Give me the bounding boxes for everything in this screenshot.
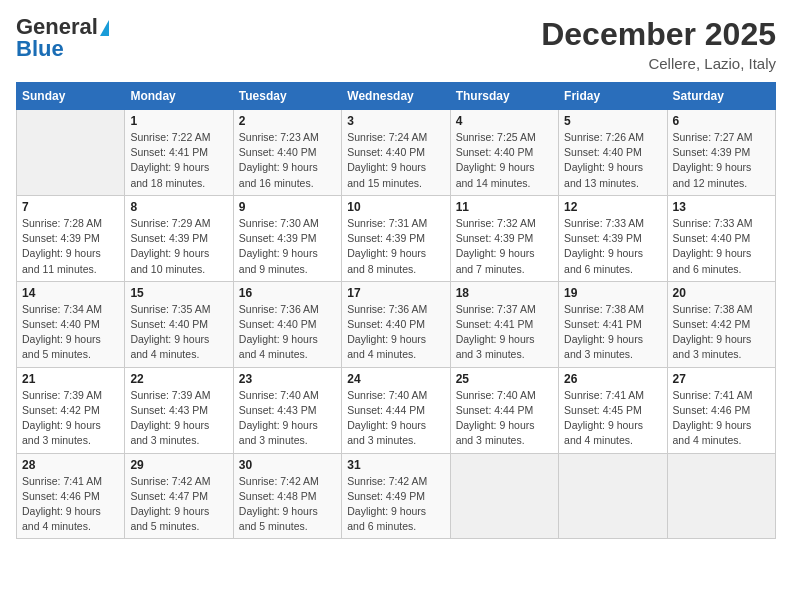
logo-text: General [16, 16, 109, 38]
day-detail: Sunrise: 7:41 AM Sunset: 4:46 PM Dayligh… [673, 388, 770, 449]
day-number: 9 [239, 200, 336, 214]
day-header-tuesday: Tuesday [233, 83, 341, 110]
day-detail: Sunrise: 7:32 AM Sunset: 4:39 PM Dayligh… [456, 216, 553, 277]
calendar-cell: 28Sunrise: 7:41 AM Sunset: 4:46 PM Dayli… [17, 453, 125, 539]
day-number: 15 [130, 286, 227, 300]
day-detail: Sunrise: 7:36 AM Sunset: 4:40 PM Dayligh… [347, 302, 444, 363]
calendar-cell: 21Sunrise: 7:39 AM Sunset: 4:42 PM Dayli… [17, 367, 125, 453]
calendar-cell: 5Sunrise: 7:26 AM Sunset: 4:40 PM Daylig… [559, 110, 667, 196]
calendar-header-row: SundayMondayTuesdayWednesdayThursdayFrid… [17, 83, 776, 110]
day-number: 11 [456, 200, 553, 214]
calendar-cell: 29Sunrise: 7:42 AM Sunset: 4:47 PM Dayli… [125, 453, 233, 539]
calendar-body: 1Sunrise: 7:22 AM Sunset: 4:41 PM Daylig… [17, 110, 776, 539]
day-detail: Sunrise: 7:37 AM Sunset: 4:41 PM Dayligh… [456, 302, 553, 363]
day-number: 17 [347, 286, 444, 300]
day-detail: Sunrise: 7:31 AM Sunset: 4:39 PM Dayligh… [347, 216, 444, 277]
logo: General Blue [16, 16, 109, 60]
day-number: 22 [130, 372, 227, 386]
day-number: 16 [239, 286, 336, 300]
calendar-week-1: 1Sunrise: 7:22 AM Sunset: 4:41 PM Daylig… [17, 110, 776, 196]
calendar-cell: 26Sunrise: 7:41 AM Sunset: 4:45 PM Dayli… [559, 367, 667, 453]
day-detail: Sunrise: 7:29 AM Sunset: 4:39 PM Dayligh… [130, 216, 227, 277]
day-number: 1 [130, 114, 227, 128]
calendar-cell [450, 453, 558, 539]
calendar-cell: 17Sunrise: 7:36 AM Sunset: 4:40 PM Dayli… [342, 281, 450, 367]
day-number: 8 [130, 200, 227, 214]
day-detail: Sunrise: 7:33 AM Sunset: 4:40 PM Dayligh… [673, 216, 770, 277]
calendar-cell: 14Sunrise: 7:34 AM Sunset: 4:40 PM Dayli… [17, 281, 125, 367]
day-detail: Sunrise: 7:27 AM Sunset: 4:39 PM Dayligh… [673, 130, 770, 191]
page-header: General Blue December 2025 Cellere, Lazi… [16, 16, 776, 72]
day-number: 25 [456, 372, 553, 386]
day-number: 30 [239, 458, 336, 472]
calendar-cell: 3Sunrise: 7:24 AM Sunset: 4:40 PM Daylig… [342, 110, 450, 196]
calendar-cell: 27Sunrise: 7:41 AM Sunset: 4:46 PM Dayli… [667, 367, 775, 453]
day-detail: Sunrise: 7:28 AM Sunset: 4:39 PM Dayligh… [22, 216, 119, 277]
day-number: 4 [456, 114, 553, 128]
calendar-cell [559, 453, 667, 539]
day-number: 27 [673, 372, 770, 386]
day-header-saturday: Saturday [667, 83, 775, 110]
day-number: 12 [564, 200, 661, 214]
day-number: 29 [130, 458, 227, 472]
calendar-cell [667, 453, 775, 539]
day-detail: Sunrise: 7:25 AM Sunset: 4:40 PM Dayligh… [456, 130, 553, 191]
day-detail: Sunrise: 7:35 AM Sunset: 4:40 PM Dayligh… [130, 302, 227, 363]
calendar-cell: 7Sunrise: 7:28 AM Sunset: 4:39 PM Daylig… [17, 195, 125, 281]
calendar-cell: 11Sunrise: 7:32 AM Sunset: 4:39 PM Dayli… [450, 195, 558, 281]
day-detail: Sunrise: 7:26 AM Sunset: 4:40 PM Dayligh… [564, 130, 661, 191]
day-detail: Sunrise: 7:40 AM Sunset: 4:44 PM Dayligh… [456, 388, 553, 449]
day-number: 6 [673, 114, 770, 128]
logo-blue-text: Blue [16, 36, 64, 61]
calendar-cell: 25Sunrise: 7:40 AM Sunset: 4:44 PM Dayli… [450, 367, 558, 453]
day-detail: Sunrise: 7:42 AM Sunset: 4:47 PM Dayligh… [130, 474, 227, 535]
day-number: 7 [22, 200, 119, 214]
calendar-cell: 16Sunrise: 7:36 AM Sunset: 4:40 PM Dayli… [233, 281, 341, 367]
location: Cellere, Lazio, Italy [541, 55, 776, 72]
calendar-cell: 1Sunrise: 7:22 AM Sunset: 4:41 PM Daylig… [125, 110, 233, 196]
calendar-cell: 18Sunrise: 7:37 AM Sunset: 4:41 PM Dayli… [450, 281, 558, 367]
title-area: December 2025 Cellere, Lazio, Italy [541, 16, 776, 72]
day-number: 19 [564, 286, 661, 300]
day-header-monday: Monday [125, 83, 233, 110]
day-header-friday: Friday [559, 83, 667, 110]
day-number: 26 [564, 372, 661, 386]
calendar-cell: 12Sunrise: 7:33 AM Sunset: 4:39 PM Dayli… [559, 195, 667, 281]
day-number: 14 [22, 286, 119, 300]
calendar-cell: 15Sunrise: 7:35 AM Sunset: 4:40 PM Dayli… [125, 281, 233, 367]
calendar-table: SundayMondayTuesdayWednesdayThursdayFrid… [16, 82, 776, 539]
calendar-cell: 8Sunrise: 7:29 AM Sunset: 4:39 PM Daylig… [125, 195, 233, 281]
calendar-cell [17, 110, 125, 196]
day-detail: Sunrise: 7:36 AM Sunset: 4:40 PM Dayligh… [239, 302, 336, 363]
day-number: 31 [347, 458, 444, 472]
day-number: 20 [673, 286, 770, 300]
calendar-cell: 23Sunrise: 7:40 AM Sunset: 4:43 PM Dayli… [233, 367, 341, 453]
day-number: 21 [22, 372, 119, 386]
day-number: 10 [347, 200, 444, 214]
day-detail: Sunrise: 7:30 AM Sunset: 4:39 PM Dayligh… [239, 216, 336, 277]
day-number: 23 [239, 372, 336, 386]
day-detail: Sunrise: 7:40 AM Sunset: 4:43 PM Dayligh… [239, 388, 336, 449]
day-detail: Sunrise: 7:22 AM Sunset: 4:41 PM Dayligh… [130, 130, 227, 191]
day-number: 5 [564, 114, 661, 128]
calendar-cell: 30Sunrise: 7:42 AM Sunset: 4:48 PM Dayli… [233, 453, 341, 539]
day-detail: Sunrise: 7:41 AM Sunset: 4:45 PM Dayligh… [564, 388, 661, 449]
month-title: December 2025 [541, 16, 776, 53]
calendar-cell: 6Sunrise: 7:27 AM Sunset: 4:39 PM Daylig… [667, 110, 775, 196]
day-number: 3 [347, 114, 444, 128]
day-detail: Sunrise: 7:24 AM Sunset: 4:40 PM Dayligh… [347, 130, 444, 191]
day-detail: Sunrise: 7:38 AM Sunset: 4:41 PM Dayligh… [564, 302, 661, 363]
day-number: 24 [347, 372, 444, 386]
calendar-cell: 2Sunrise: 7:23 AM Sunset: 4:40 PM Daylig… [233, 110, 341, 196]
calendar-cell: 22Sunrise: 7:39 AM Sunset: 4:43 PM Dayli… [125, 367, 233, 453]
calendar-cell: 13Sunrise: 7:33 AM Sunset: 4:40 PM Dayli… [667, 195, 775, 281]
day-number: 13 [673, 200, 770, 214]
day-header-thursday: Thursday [450, 83, 558, 110]
day-header-wednesday: Wednesday [342, 83, 450, 110]
calendar-week-2: 7Sunrise: 7:28 AM Sunset: 4:39 PM Daylig… [17, 195, 776, 281]
calendar-week-4: 21Sunrise: 7:39 AM Sunset: 4:42 PM Dayli… [17, 367, 776, 453]
day-number: 28 [22, 458, 119, 472]
day-detail: Sunrise: 7:38 AM Sunset: 4:42 PM Dayligh… [673, 302, 770, 363]
calendar-week-5: 28Sunrise: 7:41 AM Sunset: 4:46 PM Dayli… [17, 453, 776, 539]
calendar-cell: 4Sunrise: 7:25 AM Sunset: 4:40 PM Daylig… [450, 110, 558, 196]
